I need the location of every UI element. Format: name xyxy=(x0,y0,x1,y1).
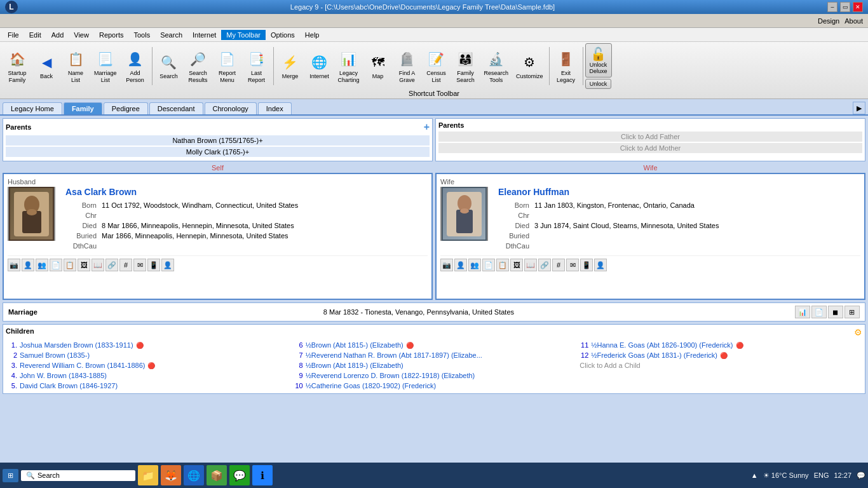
tab-chronology[interactable]: Chronology xyxy=(205,102,257,114)
menu-edit[interactable]: Edit xyxy=(24,30,46,40)
tab-pedigree[interactable]: Pedigree xyxy=(104,102,148,114)
wife-mother-placeholder[interactable]: Click to Add Mother xyxy=(438,143,862,153)
restore-button[interactable]: ▭ xyxy=(840,2,850,12)
tab-descendant[interactable]: Descendant xyxy=(149,102,203,114)
husband-photo[interactable] xyxy=(8,187,55,241)
rss-icon[interactable]: ⚙ xyxy=(854,327,862,337)
wife-icon-4[interactable]: 📄 xyxy=(482,259,495,271)
taskbar-icon-2[interactable]: 🦊 xyxy=(161,465,181,485)
menu-options[interactable]: Options xyxy=(266,30,300,40)
wife-photo[interactable] xyxy=(440,187,488,241)
child-link-8[interactable]: ½Brown (Abt 1819-) (Elizabeth) xyxy=(306,362,403,369)
expand-tabs-button[interactable]: ▶ xyxy=(853,102,865,114)
wife-icon-11[interactable]: 📱 xyxy=(580,259,593,271)
wife-icon-3[interactable]: 👥 xyxy=(468,259,481,271)
toolbar-merge[interactable]: ⚡ Merge xyxy=(276,50,304,82)
toolbar-search-results[interactable]: 🔎 SearchResults xyxy=(184,47,212,86)
marriage-btn-3[interactable]: ◼ xyxy=(828,306,843,318)
toolbar-exit-legacy[interactable]: 🚪 ExitLegacy xyxy=(552,47,580,86)
taskbar-file-explorer[interactable]: 📁 xyxy=(138,465,158,485)
child-link-11[interactable]: ½Hanna E. Goas (Abt 1826-1900) (Frederic… xyxy=(591,341,733,349)
wife-father-placeholder[interactable]: Click to Add Father xyxy=(438,132,862,142)
about-label[interactable]: About xyxy=(844,17,863,25)
child-link-1[interactable]: Joshua Marsden Brown (1833-1911) xyxy=(20,341,133,349)
toolbar-unlock[interactable]: Unlock xyxy=(585,79,612,89)
toolbar-census-list[interactable]: 📝 CensusList xyxy=(423,47,451,86)
taskbar-icon-4[interactable]: 📦 xyxy=(207,465,227,485)
minimize-button[interactable]: – xyxy=(827,2,837,12)
menu-my-toolbar[interactable]: My Toolbar xyxy=(221,30,266,40)
toolbar-customize[interactable]: ⚙ Customize xyxy=(513,50,546,82)
toolbar-map[interactable]: 🗺 Map xyxy=(364,50,392,82)
father-name[interactable]: Nathan Brown (1755/1765-)+ xyxy=(6,135,430,146)
toolbar-unlock-deluxe[interactable]: 🔓 UnlockDeluxe xyxy=(585,43,612,78)
menu-reports[interactable]: Reports xyxy=(94,30,129,40)
wife-icon-1[interactable]: 📷 xyxy=(440,259,453,271)
toolbar-report-menu[interactable]: 📄 ReportMenu xyxy=(214,47,241,86)
wife-icon-10[interactable]: ✉ xyxy=(566,259,579,271)
child-link-7[interactable]: ½Reverend Nathan R. Brown (Abt 1817-1897… xyxy=(306,351,482,359)
design-label[interactable]: Design xyxy=(818,17,839,25)
add-parents-button[interactable]: + xyxy=(424,121,430,133)
husband-icon-12[interactable]: 👤 xyxy=(161,259,174,271)
toolbar-search[interactable]: 🔍 Search xyxy=(155,50,183,82)
toolbar-last-report[interactable]: 📑 LastReport xyxy=(243,47,271,86)
husband-icon-3[interactable]: 👥 xyxy=(36,259,48,271)
menu-help[interactable]: Help xyxy=(300,30,325,40)
toolbar-marriage-list[interactable]: 📃 MarriageList xyxy=(91,47,120,86)
child-link-12[interactable]: ½Frederick Goas (Abt 1831-) (Frederick) xyxy=(591,351,717,359)
wife-icon-6[interactable]: 🖼 xyxy=(510,259,523,271)
husband-icon-8[interactable]: 🔗 xyxy=(105,259,118,271)
mother-name[interactable]: Molly Clark (1765-)+ xyxy=(6,147,430,157)
menu-file[interactable]: File xyxy=(3,30,24,40)
wife-icon-2[interactable]: 👤 xyxy=(454,259,467,271)
toolbar-legacy-charting[interactable]: 📊 LegacyCharting xyxy=(335,47,363,86)
husband-name[interactable]: Asa Clark Brown xyxy=(65,187,137,197)
start-button[interactable]: ⊞ xyxy=(3,469,18,482)
toolbar-internet[interactable]: 🌐 Internet xyxy=(306,50,334,82)
child-link-2[interactable]: Samuel Brown (1835-) xyxy=(20,351,90,359)
menu-internet[interactable]: Internet xyxy=(187,30,221,40)
toolbar-back[interactable]: ◀ Back xyxy=(32,50,60,82)
husband-icon-5[interactable]: 📋 xyxy=(64,259,76,271)
child-link-9[interactable]: ½Reverend Lorenzo D. Brown (1822-1918) (… xyxy=(306,372,475,379)
husband-icon-1[interactable]: 📷 xyxy=(8,259,20,271)
wife-name[interactable]: Eleanor Huffman xyxy=(498,187,569,197)
tab-legacy-home[interactable]: Legacy Home xyxy=(3,102,62,114)
toolbar-name-list[interactable]: 📋 NameList xyxy=(62,47,90,86)
child-link-3[interactable]: Reverend William C. Brown (1841-1886) xyxy=(20,362,145,369)
child-link-10[interactable]: ½Catherine Goas (1820-1902) (Frederick) xyxy=(306,382,436,390)
marriage-btn-4[interactable]: ⊞ xyxy=(844,306,860,318)
wife-icon-7[interactable]: 📖 xyxy=(524,259,537,271)
add-child[interactable]: Click to Add a Child xyxy=(577,360,862,370)
toolbar-find-a-grave[interactable]: 🪦 Find AGrave xyxy=(393,47,421,86)
taskbar-search[interactable]: 🔍 Search xyxy=(21,470,135,481)
child-link-6[interactable]: ½Brown (Abt 1815-) (Elizabeth) xyxy=(306,341,403,349)
taskbar-icon-5[interactable]: 💬 xyxy=(229,465,250,485)
toolbar-family-search[interactable]: 👨‍👩‍👧 FamilySearch xyxy=(452,47,480,86)
marriage-btn-1[interactable]: 📊 xyxy=(795,306,810,318)
toolbar-add-person[interactable]: 👤 AddPerson xyxy=(121,47,149,86)
wife-icon-9[interactable]: # xyxy=(552,259,565,271)
taskbar-icon-3[interactable]: 🌐 xyxy=(184,465,204,485)
close-button[interactable]: ✕ xyxy=(853,2,863,12)
wife-icon-12[interactable]: 👤 xyxy=(594,259,607,271)
husband-icon-7[interactable]: 📖 xyxy=(92,259,104,271)
child-link-5[interactable]: David Clark Brown (1846-1927) xyxy=(20,382,118,390)
toolbar-startup-family[interactable]: 🏠 StartupFamily xyxy=(3,47,31,86)
husband-icon-4[interactable]: 📄 xyxy=(50,259,62,271)
husband-icon-10[interactable]: ✉ xyxy=(133,259,146,271)
wife-icon-8[interactable]: 🔗 xyxy=(538,259,551,271)
child-link-4[interactable]: John W. Brown (1843-1885) xyxy=(20,372,107,379)
menu-search[interactable]: Search xyxy=(155,30,187,40)
menu-add[interactable]: Add xyxy=(46,30,69,40)
toolbar-research-tools[interactable]: 🔬 ResearchTools xyxy=(481,47,512,86)
notification-icon[interactable]: 💬 xyxy=(857,471,865,480)
menu-tools[interactable]: Tools xyxy=(128,30,155,40)
husband-icon-6[interactable]: 🖼 xyxy=(78,259,90,271)
tab-family[interactable]: Family xyxy=(64,102,102,114)
taskbar-icon-6[interactable]: ℹ xyxy=(252,465,273,485)
tab-index[interactable]: Index xyxy=(258,102,292,114)
husband-icon-2[interactable]: 👤 xyxy=(22,259,34,271)
menu-view[interactable]: View xyxy=(69,30,94,40)
